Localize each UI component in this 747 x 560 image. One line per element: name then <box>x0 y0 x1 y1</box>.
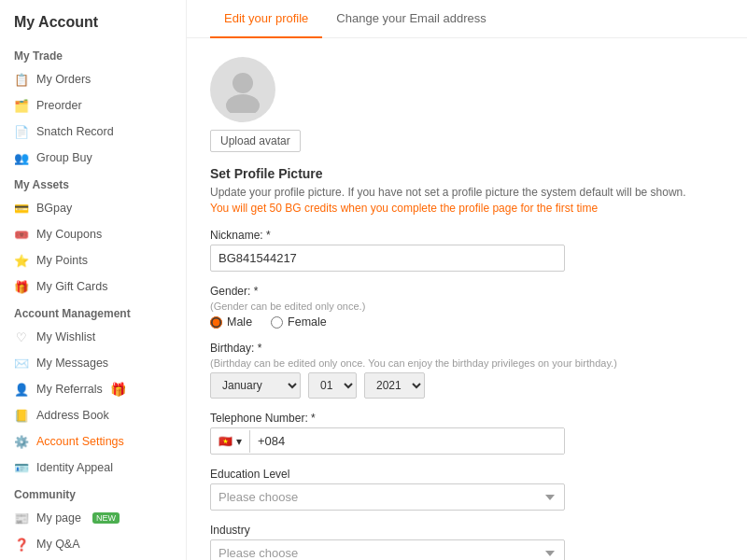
sidebar-item-label-my-gift-cards: My Gift Cards <box>36 280 107 293</box>
gender-label: Gender: * <box>210 285 724 298</box>
sidebar-item-label-preorder: Preorder <box>36 99 82 112</box>
sidebar-item-label-my-points: My Points <box>36 254 88 267</box>
tab-edit-profile[interactable]: Edit your profile <box>210 0 322 38</box>
flag-emoji: 🇻🇳 <box>218 435 233 448</box>
identity-appeal-icon: 🪪 <box>14 460 29 475</box>
upload-avatar-button[interactable]: Upload avatar <box>210 130 301 152</box>
credits-note: You will get 50 BG credits when you comp… <box>210 202 724 215</box>
birthday-selects: JanuaryFebruaryMarchAprilMayJuneJulyAugu… <box>210 372 724 399</box>
gender-female[interactable]: Female <box>271 315 327 329</box>
birthday-month-select[interactable]: JanuaryFebruaryMarchAprilMayJuneJulyAugu… <box>210 372 301 399</box>
birthday-sublabel: (Birthday can be edited only once. You c… <box>210 357 724 369</box>
my-referrals-icon: 👤 <box>14 382 29 397</box>
my-points-icon: ⭐ <box>14 253 29 268</box>
phone-flag[interactable]: 🇻🇳 ▾ <box>211 430 250 453</box>
bgpay-icon: 💳 <box>14 201 29 216</box>
my-gift-cards-icon: 🎁 <box>14 279 29 294</box>
industry-label: Industry <box>210 524 724 537</box>
my-orders-icon: 📋 <box>14 72 29 87</box>
sidebar: My Account My Trade📋My Orders🗂️Preorder📄… <box>0 0 187 560</box>
sidebar-section-community: Community <box>0 481 186 505</box>
my-wishlist-icon: ♡ <box>14 329 29 344</box>
nickname-group: Nickname: * <box>210 229 724 272</box>
sidebar-section-my-assets: My Assets <box>0 171 186 195</box>
sidebar-section-account-management: Account Management <box>0 300 186 324</box>
sidebar-item-my-coupons[interactable]: 🎟️My Coupons <box>0 221 186 247</box>
sidebar-item-label-address-book: Address Book <box>36 409 109 422</box>
preorder-icon: 🗂️ <box>14 98 29 113</box>
sidebar-item-identity-appeal[interactable]: 🪪Identity Appeal <box>0 455 186 481</box>
sidebar-item-my-referrals[interactable]: 👤My Referrals🎁 <box>0 376 186 402</box>
industry-select[interactable]: Please chooseTechnologyFinanceEducationH… <box>210 539 565 560</box>
chevron-down-icon: ▾ <box>236 435 242 448</box>
sidebar-item-account-settings[interactable]: ⚙️Account Settings <box>0 428 186 455</box>
sidebar-item-address-book[interactable]: 📒Address Book <box>0 402 186 428</box>
gender-female-label: Female <box>288 315 327 329</box>
my-qna-icon: ❓ <box>14 537 29 552</box>
snatch-record-icon: 📄 <box>14 124 29 139</box>
sidebar-item-my-qna[interactable]: ❓My Q&A <box>0 531 186 557</box>
gender-radio-group: Male Female <box>210 315 724 329</box>
sidebar-item-label-identity-appeal: Identity Appeal <box>36 461 113 474</box>
gender-group: Gender: * (Gender can be edited only onc… <box>210 285 724 329</box>
sidebar-item-bgpay[interactable]: 💳BGpay <box>0 195 186 221</box>
nickname-input[interactable] <box>210 245 565 272</box>
svg-point-0 <box>233 73 253 93</box>
birthday-label: Birthday: * <box>210 342 724 355</box>
phone-input[interactable] <box>250 428 564 454</box>
sidebar-item-label-snatch-record: Snatch Record <box>36 125 114 138</box>
sidebar-item-label-my-coupons: My Coupons <box>36 228 102 241</box>
profile-form: Upload avatar Set Profile Picture Update… <box>187 38 747 560</box>
tabs-bar: Edit your profile Change your Email addr… <box>187 0 747 38</box>
avatar <box>210 57 275 122</box>
sidebar-item-label-account-settings: Account Settings <box>36 435 124 448</box>
nickname-label: Nickname: * <box>210 229 724 242</box>
main-content: Edit your profile Change your Email addr… <box>187 0 747 560</box>
account-settings-icon: ⚙️ <box>14 434 29 449</box>
my-coupons-icon: 🎟️ <box>14 227 29 242</box>
address-book-icon: 📒 <box>14 408 29 423</box>
gender-male[interactable]: Male <box>210 315 252 329</box>
my-page-icon: 📰 <box>14 511 29 525</box>
group-buy-icon: 👥 <box>14 150 29 165</box>
badge-gift-my-referrals: 🎁 <box>110 382 126 397</box>
industry-group: Industry Please chooseTechnologyFinanceE… <box>210 524 724 560</box>
sidebar-item-my-wishlist[interactable]: ♡My Wishlist <box>0 324 186 350</box>
set-profile-title: Set Profile Picture <box>210 166 724 181</box>
sidebar-item-label-my-referrals: My Referrals <box>36 383 103 396</box>
sidebar-item-label-group-buy: Group Buy <box>36 151 92 164</box>
sidebar-item-label-my-page: My page <box>36 511 81 525</box>
education-select[interactable]: Please chooseHigh SchoolAssociateBachelo… <box>210 483 565 511</box>
phone-label: Telephone Number: * <box>210 412 724 425</box>
sidebar-title: My Account <box>0 14 186 42</box>
sidebar-section-my-trade: My Trade <box>0 42 186 66</box>
sidebar-item-my-points[interactable]: ⭐My Points <box>0 247 186 273</box>
sidebar-item-group-buy[interactable]: 👥Group Buy <box>0 145 186 171</box>
sidebar-item-preorder[interactable]: 🗂️Preorder <box>0 92 186 119</box>
phone-input-group: 🇻🇳 ▾ <box>210 427 565 455</box>
sidebar-item-my-orders[interactable]: 📋My Orders <box>0 66 186 92</box>
tab-change-email[interactable]: Change your Email address <box>322 0 500 38</box>
sidebar-item-label-my-messages: My Messages <box>36 357 108 370</box>
avatar-section: Upload avatar <box>210 57 724 152</box>
gender-male-label: Male <box>227 315 252 329</box>
sidebar-item-snatch-record[interactable]: 📄Snatch Record <box>0 119 186 145</box>
sidebar-item-my-messages[interactable]: ✉️My Messages <box>0 350 186 376</box>
birthday-year-select[interactable]: 2021202020192018201720162015201020052000… <box>364 372 425 399</box>
education-group: Education Level Please chooseHigh School… <box>210 468 724 511</box>
sidebar-item-my-gift-cards[interactable]: 🎁My Gift Cards <box>0 273 186 300</box>
education-label: Education Level <box>210 468 724 481</box>
my-messages-icon: ✉️ <box>14 356 29 371</box>
sidebar-item-label-bgpay: BGpay <box>36 202 72 215</box>
set-profile-desc: Update your profile picture. If you have… <box>210 186 724 199</box>
birthday-group: Birthday: * (Birthday can be edited only… <box>210 342 724 399</box>
svg-point-1 <box>226 94 260 113</box>
gender-sublabel: (Gender can be edited only once.) <box>210 301 724 312</box>
sidebar-item-label-my-wishlist: My Wishlist <box>36 330 95 343</box>
sidebar-item-label-my-qna: My Q&A <box>36 538 80 551</box>
sidebar-item-label-my-orders: My Orders <box>36 73 91 86</box>
phone-group: Telephone Number: * 🇻🇳 ▾ <box>210 412 724 455</box>
birthday-day-select[interactable]: 0102030405060708091011121314151617181920… <box>308 372 357 399</box>
sidebar-item-my-page[interactable]: 📰My pageNEW <box>0 505 186 531</box>
badge-new-my-page: NEW <box>92 512 120 524</box>
